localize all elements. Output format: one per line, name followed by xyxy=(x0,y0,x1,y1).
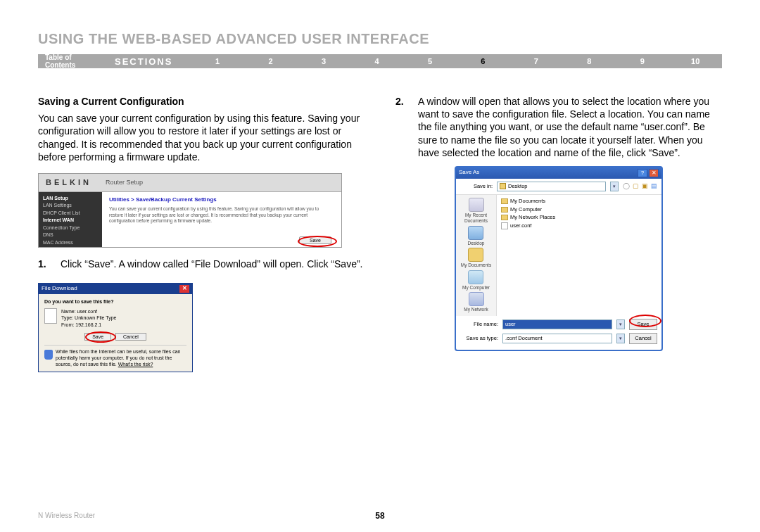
back-icon[interactable]: ◯ xyxy=(623,182,630,191)
nav-dhcp: DHCP Client List xyxy=(43,210,98,217)
intro-paragraph: You can save your current configuration … xyxy=(38,112,365,163)
router-breadcrumb: Utilities > Save/Backup Current Settings xyxy=(109,196,334,203)
saveas-cancel-button[interactable]: Cancel xyxy=(629,333,657,344)
left-column: Saving a Current Configuration You can s… xyxy=(38,95,365,372)
type-label: Type: xyxy=(61,315,73,320)
help-icon[interactable]: ? xyxy=(638,169,647,177)
section-5[interactable]: 5 xyxy=(403,57,456,65)
router-sidebar: LAN Setup LAN Settings DHCP Client List … xyxy=(39,192,102,247)
step-2-text: A window will open that allows you to se… xyxy=(418,95,722,159)
section-1[interactable]: 1 xyxy=(191,57,243,65)
nav-mac: MAC Address xyxy=(43,239,98,247)
place-computer[interactable]: My Computer xyxy=(462,270,490,291)
up-icon[interactable]: ▢ xyxy=(633,182,639,191)
right-column: 2. A window will open that allows you to… xyxy=(395,95,722,372)
router-body-text: You can save your current configuration … xyxy=(109,206,334,224)
section-4[interactable]: 4 xyxy=(350,57,403,65)
chevron-down-icon[interactable]: ▾ xyxy=(616,334,625,343)
folder-icon xyxy=(501,215,508,220)
section-7[interactable]: 7 xyxy=(509,57,562,65)
filename-label: File name: xyxy=(460,321,498,328)
place-network[interactable]: My Network xyxy=(464,292,488,312)
toc-link[interactable]: Table of Contents xyxy=(38,53,115,69)
router-ui-screenshot: BELKIN Router Setup LAN Setup LAN Settin… xyxy=(38,173,342,248)
page-footer: N Wireless Router 58 xyxy=(38,512,722,519)
download-question: Do you want to save this file? xyxy=(44,298,186,305)
savein-value: Desktop xyxy=(508,183,528,190)
sections-label: SECTIONS xyxy=(115,56,191,67)
download-cancel-button[interactable]: Cancel xyxy=(115,333,146,341)
subheading: Saving a Current Configuration xyxy=(38,95,365,108)
section-3[interactable]: 3 xyxy=(297,57,350,65)
saveas-save-button[interactable]: Save xyxy=(629,319,657,330)
dialog-title: File Download xyxy=(42,285,77,292)
place-desktop[interactable]: Desktop xyxy=(468,226,485,246)
close-icon[interactable]: ✕ xyxy=(179,285,189,292)
place-recent[interactable]: My Recent Documents xyxy=(456,198,496,224)
section-2[interactable]: 2 xyxy=(244,57,297,65)
file-list[interactable]: My Documents My Computer My Network Plac… xyxy=(497,195,661,300)
page-title: USING THE WEB-BASED ADVANCED USER INTERF… xyxy=(38,31,722,47)
list-item: My Computer xyxy=(501,206,657,213)
page-number: 58 xyxy=(375,511,384,521)
shield-icon xyxy=(44,350,53,360)
section-10[interactable]: 10 xyxy=(669,57,722,65)
step-1-text: Click “Save”. A window called “File Down… xyxy=(61,258,365,270)
from-value: 192.168.2.1 xyxy=(75,322,101,327)
download-save-button[interactable]: Save xyxy=(84,333,111,341)
nav-lan-settings: LAN Settings xyxy=(43,202,98,210)
file-icon xyxy=(501,222,508,229)
type-value: Unknown File Type xyxy=(75,315,116,320)
view-icon[interactable]: ▤ xyxy=(651,182,657,191)
place-documents[interactable]: My Documents xyxy=(461,248,491,268)
name-label: Name: xyxy=(61,309,76,314)
folder-icon xyxy=(501,198,508,204)
filename-input[interactable]: user xyxy=(502,319,612,329)
risk-link[interactable]: What's the risk? xyxy=(118,362,153,367)
section-8[interactable]: 8 xyxy=(563,57,616,65)
places-sidebar: My Recent Documents Desktop My Documents… xyxy=(456,195,497,316)
list-item: My Documents xyxy=(501,198,657,205)
footer-model: N Wireless Router xyxy=(38,512,95,519)
chevron-down-icon[interactable]: ▾ xyxy=(610,182,619,191)
folder-icon xyxy=(500,183,506,189)
step-1-number: 1. xyxy=(38,258,49,270)
router-subtitle: Router Setup xyxy=(106,179,143,187)
savein-label: Save in: xyxy=(460,183,493,190)
file-icon xyxy=(44,308,57,324)
new-folder-icon[interactable]: ▣ xyxy=(642,182,648,191)
name-value: user.conf xyxy=(77,309,97,314)
section-6[interactable]: 6 xyxy=(457,57,509,65)
chevron-down-icon[interactable]: ▾ xyxy=(616,319,625,329)
list-item: My Network Places xyxy=(501,214,657,221)
router-save-button[interactable]: Save xyxy=(299,236,331,244)
belkin-logo: BELKIN xyxy=(46,177,91,187)
list-item: user.conf xyxy=(501,222,657,229)
nav-dns: DNS xyxy=(43,232,98,239)
from-label: From: xyxy=(61,322,74,327)
savein-dropdown[interactable]: Desktop xyxy=(497,182,606,191)
nav-internet-wan: Internet WAN xyxy=(43,217,98,224)
section-navbar: Table of Contents SECTIONS 1 2 3 4 5 6 7… xyxy=(38,54,722,68)
section-9[interactable]: 9 xyxy=(616,57,669,65)
nav-lan-setup: LAN Setup xyxy=(43,195,98,203)
nav-wireless: Wireless xyxy=(43,246,98,254)
saveas-title: Save As xyxy=(459,169,479,177)
save-as-dialog: Save As ? ✕ Save in: Desktop ▾ ◯ ▢ xyxy=(455,166,663,351)
file-download-dialog: File Download ✕ Do you want to save this… xyxy=(38,283,193,372)
savetype-label: Save as type: xyxy=(460,335,498,342)
savetype-dropdown[interactable]: .conf Document xyxy=(502,334,612,343)
nav-conn-type: Connection Type xyxy=(43,224,98,232)
close-icon[interactable]: ✕ xyxy=(649,169,659,177)
folder-icon xyxy=(501,207,508,213)
step-2-number: 2. xyxy=(395,95,407,159)
